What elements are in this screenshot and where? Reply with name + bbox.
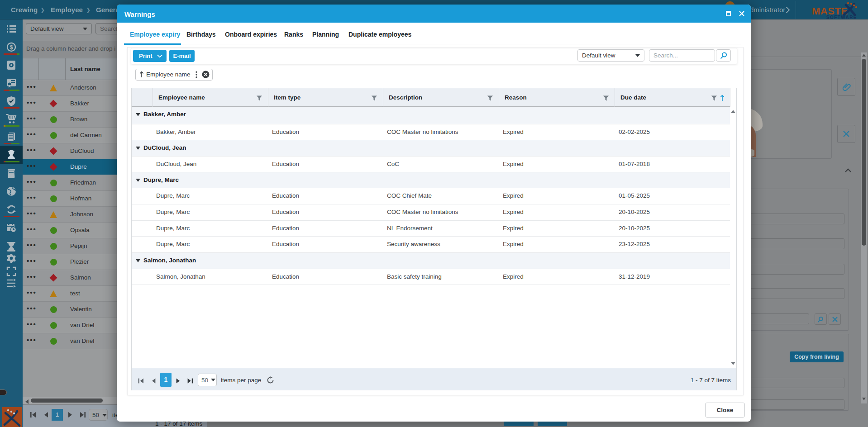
svg-text:$: $ [10,44,13,51]
